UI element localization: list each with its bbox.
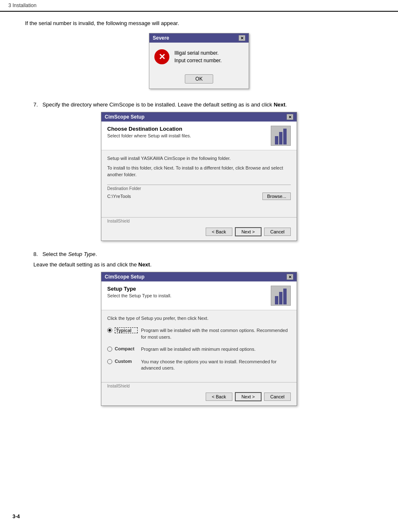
back-button-1[interactable]: < Back	[206, 228, 232, 236]
intro-text: If the serial number is invalid, the fol…	[25, 20, 373, 26]
setup-header-1: Choose Destination Location Select folde…	[101, 122, 297, 150]
cimscope-setup-dialog-1: CimScope Setup ✕ Choose Destination Loca…	[101, 112, 297, 241]
destination-row: C:\YreTools Browse...	[107, 193, 291, 200]
step-8-pre: Select the	[43, 251, 68, 257]
severe-footer: OK	[149, 71, 249, 89]
setup-body-1: Setup will install YASKAWA CimScope in t…	[101, 150, 297, 217]
setup-header-subtitle-2: Select the Setup Type to install.	[107, 293, 171, 298]
radio-custom-desc: You may choose the options you want to i…	[141, 359, 291, 372]
destination-section: Destination Folder C:\YreTools Browse...	[107, 185, 291, 200]
step-7-description: Specify the directory where CimScope is …	[43, 101, 274, 108]
step-8-number: 8.	[33, 251, 38, 257]
setup-type-italic: Setup Type	[68, 251, 96, 257]
setup-header-text-2: Setup Type Select the Setup Type to inst…	[107, 286, 171, 298]
ok-button[interactable]: OK	[185, 74, 213, 84]
step-8: 8. Select the Setup Type. Leave the defa…	[25, 251, 373, 406]
severe-body: ✕ Illigal serial number. Input correct n…	[149, 43, 249, 71]
step-8-text: 8. Select the Setup Type.	[33, 251, 373, 257]
severe-message: Illigal serial number. Input correct num…	[174, 49, 222, 64]
setup-close-1[interactable]: ✕	[287, 114, 293, 120]
setup-header-2: Setup Type Select the Setup Type to inst…	[101, 281, 297, 310]
cancel-button-1[interactable]: Cancel	[264, 228, 291, 236]
radio-custom[interactable]	[107, 359, 112, 364]
severe-title: Severe	[153, 35, 169, 41]
setup-body-intro: Click the type of Setup you prefer, then…	[107, 315, 291, 322]
setup-header-title-1: Choose Destination Location	[107, 126, 191, 132]
radio-custom-content: Custom You may choose the options you wa…	[115, 359, 291, 372]
installshield-bar-1: InstallShield	[101, 217, 297, 225]
destination-path: C:\YreTools	[107, 194, 259, 199]
setup-close-2[interactable]: ✕	[287, 274, 293, 280]
radio-custom-label: Custom	[115, 359, 138, 364]
radio-compact-label: Compact	[115, 346, 138, 351]
radio-typical-row: Typical Program will be installed with t…	[107, 327, 291, 340]
radio-compact[interactable]	[107, 347, 112, 352]
installshield-bar-2: InstallShield	[101, 382, 297, 390]
setup-header-title-2: Setup Type	[107, 286, 171, 292]
next-button-1[interactable]: Next >	[235, 227, 262, 236]
radio-compact-desc: Program will be installed with minimum r…	[141, 346, 256, 352]
radio-typical-label: Typical	[115, 327, 138, 333]
severe-close-button[interactable]: ✕	[239, 35, 245, 41]
setup-footer-2: < Back Next > Cancel	[101, 390, 297, 405]
step-7: 7. Specify the directory where CimScope …	[25, 101, 373, 241]
destination-label: Destination Folder	[107, 185, 291, 191]
setup-body-line1: Setup will install YASKAWA CimScope in t…	[107, 155, 291, 162]
radio-typical-desc: Program will be installed with the most …	[141, 327, 291, 340]
setup-title-2: CimScope Setup	[105, 274, 144, 280]
step-7-text: 7. Specify the directory where CimScope …	[33, 101, 373, 108]
severe-dialog: Severe ✕ ✕ Illigal serial number. Input …	[149, 33, 249, 89]
setup-body-line2: To install to this folder, click Next. T…	[107, 165, 291, 178]
setup-footer-1: < Back Next > Cancel	[101, 225, 297, 241]
page-footer: 3-4	[13, 514, 20, 519]
setup-icon-1	[271, 126, 291, 146]
error-icon: ✕	[154, 49, 169, 64]
step-8-subtext: Leave the default setting as is and clic…	[33, 261, 373, 268]
radio-compact-content: Compact Program will be installed with m…	[115, 346, 256, 352]
radio-typical[interactable]	[107, 328, 112, 333]
page-header: 3 Installation	[0, 0, 398, 12]
setup-icon-2	[271, 286, 291, 306]
setup-title-bar-2: CimScope Setup ✕	[101, 272, 297, 281]
setup-title-1: CimScope Setup	[105, 114, 144, 120]
browse-button[interactable]: Browse...	[262, 193, 291, 200]
cimscope-setup-dialog-2: CimScope Setup ✕ Setup Type Select the S…	[101, 272, 297, 406]
radio-typical-content: Typical Program will be installed with t…	[115, 327, 291, 340]
back-button-2[interactable]: < Back	[206, 393, 232, 401]
setup-body-2: Click the type of Setup you prefer, then…	[101, 310, 297, 382]
severe-title-bar: Severe ✕	[149, 33, 249, 43]
next-button-2[interactable]: Next >	[235, 392, 262, 401]
cancel-button-2[interactable]: Cancel	[264, 393, 291, 401]
radio-custom-row: Custom You may choose the options you wa…	[107, 359, 291, 372]
setup-header-subtitle-1: Select folder where Setup will install f…	[107, 133, 191, 138]
setup-title-bar-1: CimScope Setup ✕	[101, 112, 297, 122]
step-7-number: 7.	[33, 101, 38, 108]
radio-compact-row: Compact Program will be installed with m…	[107, 346, 291, 352]
setup-header-text-1: Choose Destination Location Select folde…	[107, 126, 191, 138]
